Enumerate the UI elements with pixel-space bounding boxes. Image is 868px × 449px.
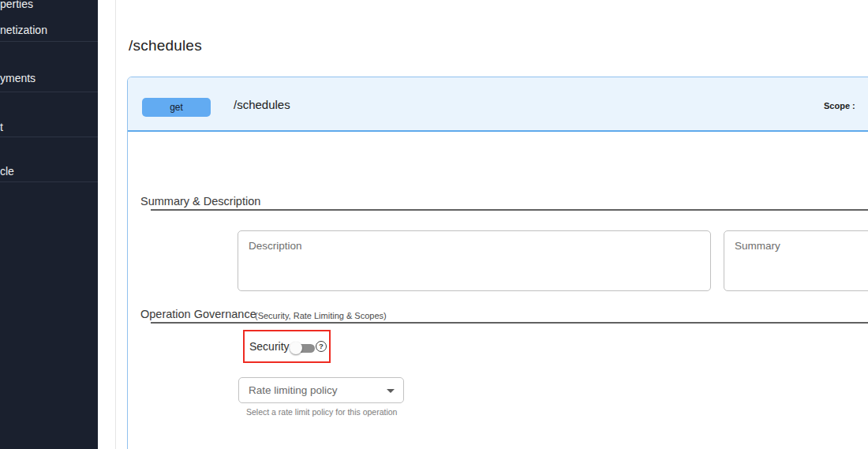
operation-header[interactable]: get /schedules Scope : bbox=[128, 77, 868, 132]
operation-governance-heading: Operation Governance bbox=[140, 308, 256, 320]
rate-limiting-policy-value: Rate limiting policy bbox=[249, 384, 338, 396]
scope-label: Scope : bbox=[824, 101, 855, 110]
sidebar-divider bbox=[0, 92, 98, 92]
sidebar-item-deployments[interactable]: yments bbox=[0, 72, 36, 84]
security-label: Security bbox=[249, 340, 290, 353]
toggle-thumb bbox=[290, 342, 302, 354]
rate-limiting-policy-select[interactable]: Rate limiting policy bbox=[238, 377, 404, 403]
sidebar-divider bbox=[0, 181, 98, 182]
sidebar-item-properties[interactable]: perties bbox=[0, 0, 33, 10]
sidebar: perties netization yments t cle bbox=[0, 0, 98, 449]
sidebar-divider bbox=[0, 137, 98, 137]
summary-description-heading: Summary & Description bbox=[140, 195, 260, 208]
security-toggle[interactable] bbox=[290, 343, 315, 354]
rate-limit-helper-text: Select a rate limit policy for this oper… bbox=[246, 407, 397, 417]
sidebar-item-lifecycle[interactable]: cle bbox=[0, 165, 14, 178]
sidebar-item-monetization[interactable]: netization bbox=[0, 24, 47, 36]
http-method-badge[interactable]: get bbox=[142, 98, 211, 117]
chevron-down-icon bbox=[387, 389, 395, 393]
sidebar-divider bbox=[0, 41, 98, 42]
operation-panel: get /schedules Scope : Summary & Descrip… bbox=[127, 77, 868, 449]
operation-governance-subheading: (Security, Rate Limiting & Scopes) bbox=[255, 311, 387, 320]
page-title: /schedules bbox=[129, 37, 202, 54]
operation-path: /schedules bbox=[234, 98, 290, 111]
summary-textarea[interactable] bbox=[724, 230, 868, 291]
content-left-divider bbox=[115, 0, 116, 449]
help-icon[interactable]: ? bbox=[316, 341, 327, 352]
sidebar-item-test[interactable]: t bbox=[0, 121, 3, 133]
description-textarea[interactable] bbox=[238, 230, 711, 291]
section-rule bbox=[151, 209, 868, 211]
section-rule bbox=[151, 322, 868, 324]
